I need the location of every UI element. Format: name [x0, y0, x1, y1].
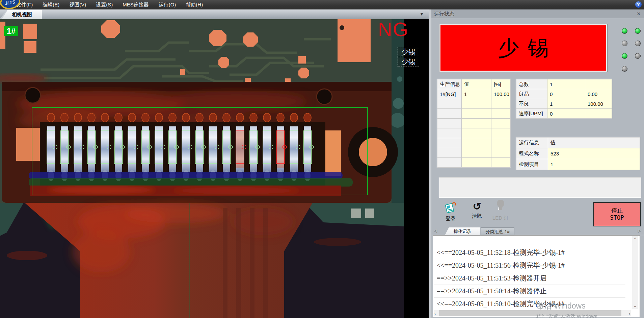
tab-class-summary[interactable]: 分类汇总-1# [481, 227, 514, 235]
tab-camera-view[interactable]: 相机视图 [2, 10, 42, 19]
cell: 速率[UPM] [516, 109, 547, 119]
cell: 0 [547, 109, 585, 119]
cell [437, 99, 462, 109]
solder-pin [47, 126, 55, 172]
table-row: 1#[NG]1100.00 [437, 89, 511, 99]
cell [462, 148, 491, 158]
pcb-photo [0, 19, 404, 318]
cell [585, 109, 612, 119]
run-info-table-wrap: 运行信息值程式名称523检测项目1 [516, 137, 640, 170]
cell [437, 148, 462, 158]
scrollbar-thumb[interactable] [439, 310, 621, 316]
cell: 523 [548, 148, 640, 159]
id-badge-icon [444, 201, 457, 213]
cell: 1#[NG] [437, 89, 462, 99]
solder-pin [142, 126, 149, 172]
alert-frame: 少锡 [439, 24, 608, 72]
cell: 良品 [516, 89, 547, 99]
status-led-right_column-0 [635, 28, 641, 34]
cell: 生产信息 [437, 79, 462, 89]
cell: 不良 [516, 99, 547, 109]
tab-scroll-left-icon[interactable]: ◁ [434, 228, 437, 233]
cell [462, 138, 491, 148]
solder-pin [115, 126, 122, 172]
menu-item-3[interactable]: 设置(S) [96, 2, 113, 8]
cell [437, 109, 462, 119]
stop-label-cn: 停止 [611, 207, 623, 214]
table-row [437, 138, 511, 148]
status-led-left_column-3 [622, 66, 627, 72]
table-header-row: 生产信息值[%] [437, 79, 511, 89]
table-row [437, 158, 511, 168]
cell [462, 128, 491, 138]
cell: 1 [548, 159, 640, 170]
cell [462, 109, 491, 119]
solder-pin [101, 126, 109, 172]
horizontal-scrollbar[interactable]: ‹ › [434, 310, 631, 316]
view-tab-bar: 相机视图 ▼ [0, 9, 429, 19]
table-header-row: 运行信息值 [516, 138, 640, 148]
table-row: 不良1100.00 [516, 99, 612, 109]
log-column-divider [626, 236, 626, 310]
stop-label-en: STOP [610, 214, 624, 221]
scroll-right-icon[interactable]: › [629, 311, 630, 316]
scroll-up-icon[interactable]: ⌃ [632, 237, 638, 242]
stop-button[interactable]: 停止 STOP [593, 202, 641, 226]
clear-label: 清除 [466, 213, 488, 219]
cell [491, 138, 511, 148]
menu-item-5[interactable]: 运行(O) [159, 2, 176, 8]
cell [585, 79, 612, 89]
cell [462, 158, 491, 168]
tabbar-dropdown-icon[interactable]: ▼ [420, 11, 424, 17]
tab-scroll-right-icon[interactable]: ▷ [638, 228, 641, 233]
panel-splitter[interactable] [429, 9, 431, 318]
cell [437, 138, 462, 148]
login-button[interactable]: 登录 [439, 201, 462, 222]
solder-pin [196, 126, 203, 172]
status-led-left_column-2 [622, 53, 627, 59]
solder-pin [290, 126, 298, 172]
cell: [%] [491, 79, 511, 89]
log-entry-4: <<==2024-05-05_11:50:10-检测完毕-少锡-1# [434, 298, 625, 310]
defect-labels: 少锡少锡 [398, 47, 419, 67]
cell [491, 128, 511, 138]
solder-pin [250, 126, 257, 172]
summary-table-wrap: 总数1良品00.00不良1100.00速率[UPM]0 [516, 79, 612, 119]
cell: 值 [548, 138, 640, 148]
vertical-scrollbar[interactable]: ⌃ ⌄ [632, 236, 638, 309]
cell [491, 148, 511, 158]
solder-pin [304, 126, 311, 172]
panel-title: 运行状态 ✕ [431, 9, 644, 18]
operation-log[interactable]: <<==2024-05-05_11:52:18-检测完毕-少锡-1#<<==20… [433, 235, 640, 317]
menu-item-2[interactable]: 视图(V) [69, 2, 86, 8]
defect-alert-text: 少锡 [489, 34, 558, 62]
help-icon[interactable]: ? [635, 1, 642, 8]
solder-pin [74, 126, 82, 172]
run-status-panel: 运行状态 ✕ 少锡 生产信息值[%]1#[NG]1100.00 总数1良品00.… [431, 9, 644, 318]
cell: 0.00 [585, 89, 612, 99]
cell: 1 [547, 79, 585, 89]
menu-item-1[interactable]: 编辑(E) [43, 2, 59, 8]
cell [437, 119, 462, 128]
clear-button[interactable]: ↺ 清除 [466, 201, 488, 219]
tab-operation-log[interactable]: 操作记录 [445, 227, 480, 235]
table-row: 良品00.00 [516, 89, 612, 99]
table-row [437, 128, 511, 138]
scroll-down-icon[interactable]: ⌄ [632, 303, 638, 308]
menu-item-6[interactable]: 帮助(H) [186, 2, 203, 8]
camera-view[interactable]: 1# NG 少锡少锡 [0, 19, 429, 318]
refresh-arrow-icon: ↺ [466, 201, 488, 212]
close-icon[interactable]: ✕ [637, 11, 641, 17]
cell: 检测项目 [516, 159, 548, 170]
solder-pin [88, 126, 95, 172]
status-led-left_column-1 [622, 41, 627, 46]
menu-item-4[interactable]: MES连接器 [123, 2, 149, 8]
defect-alert-box: 少锡 [440, 25, 606, 71]
app-logo-icon: JLTS [0, 0, 22, 10]
solder-pin [155, 126, 163, 172]
login-label: 登录 [439, 216, 462, 222]
scroll-left-icon[interactable]: ‹ [434, 311, 436, 316]
log-entry-2: ==>>2024-05-05_11:51:53-检测器开启 [434, 272, 625, 285]
defect-label-0: 少锡 [398, 47, 419, 57]
log-entry-0: <<==2024-05-05_11:52:18-检测完毕-少锡-1# [434, 246, 625, 259]
